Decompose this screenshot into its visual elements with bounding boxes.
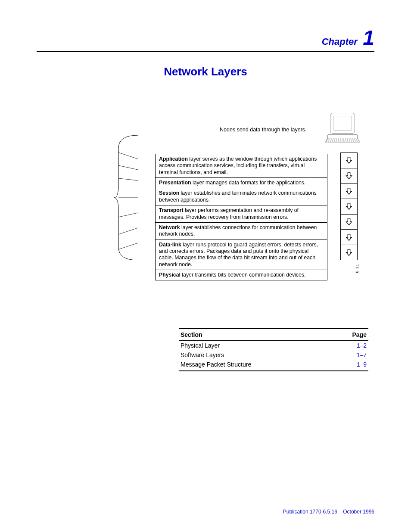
page-title: Network Layers	[37, 65, 374, 78]
chapter-number: 1	[363, 26, 374, 49]
toc-row: Software Layers 1–7	[179, 350, 368, 360]
arrows-column	[340, 152, 358, 260]
diagram-side-label: 0 11	[355, 264, 359, 273]
toc-page-link[interactable]: 1–9	[332, 360, 368, 371]
layer-row: Transport layer performs segmentation an…	[156, 205, 327, 223]
chapter-header: Chapter 1	[37, 26, 374, 52]
layer-row: Physical layer transmits bits between co…	[156, 270, 327, 280]
layer-name: Application	[159, 156, 188, 162]
chapter-label: Chapter	[322, 36, 358, 47]
arrow-down-icon	[341, 214, 357, 230]
svg-line-2	[118, 178, 138, 180]
toc-header-section: Section	[179, 329, 332, 341]
toc-row: Message Packet Structure 1–9	[179, 360, 368, 371]
layer-desc: layer transmits bits between communicati…	[181, 272, 305, 278]
toc-section: Message Packet Structure	[179, 360, 332, 371]
layer-desc: layer establishes and terminates network…	[159, 190, 317, 202]
layer-row: Data-link layer runs protocol to guard a…	[156, 240, 327, 270]
svg-line-5	[118, 228, 138, 234]
layer-name: Network	[159, 224, 180, 230]
layer-row: Network layer establishes connections fo…	[156, 222, 327, 240]
toc-table: Section Page Physical Layer 1–2 Software…	[179, 328, 368, 371]
layers-table: Application layer serves as the window t…	[155, 154, 327, 280]
toc-section: Physical Layer	[179, 341, 332, 351]
publication-footer: Publication 1770-6.5.16 – October 1996	[283, 509, 374, 515]
layer-row: Presentation layer manages data formats …	[156, 178, 327, 188]
arrow-down-icon	[341, 183, 357, 199]
layer-desc: layer runs protocol to guard against err…	[159, 242, 318, 268]
arrow-down-icon	[341, 245, 357, 260]
toc-row: Physical Layer 1–2	[179, 341, 368, 351]
layer-name: Session	[159, 190, 179, 196]
arrow-down-icon	[341, 199, 357, 214]
layer-desc: layer establishes connections for commun…	[159, 224, 317, 237]
layer-name: Physical	[159, 272, 181, 278]
layer-row: Session layer establishes and terminates…	[156, 188, 327, 205]
svg-line-1	[118, 165, 138, 170]
svg-line-0	[118, 152, 138, 159]
bracket-icon	[114, 135, 140, 260]
layer-name: Presentation	[159, 180, 191, 186]
layers-diagram: Nodes send data through the layers. Appl…	[138, 113, 366, 277]
toc-header-page: Page	[332, 329, 368, 341]
arrow-down-icon	[341, 168, 357, 184]
toc-page-link[interactable]: 1–2	[332, 341, 368, 351]
computer-icon	[327, 113, 358, 146]
layer-name: Transport	[159, 207, 184, 213]
toc-section: Software Layers	[179, 350, 332, 360]
layer-desc: layer manages data formats for the appli…	[191, 180, 305, 186]
layer-row: Application layer serves as the window t…	[156, 154, 327, 178]
svg-line-4	[118, 213, 138, 217]
diagram-caption: Nodes send data through the layers.	[220, 127, 307, 133]
toc-page-link[interactable]: 1–7	[332, 350, 368, 360]
arrow-down-icon	[341, 229, 357, 245]
layer-name: Data-link	[159, 242, 181, 248]
arrow-down-icon	[341, 152, 357, 168]
svg-line-6	[118, 243, 138, 249]
